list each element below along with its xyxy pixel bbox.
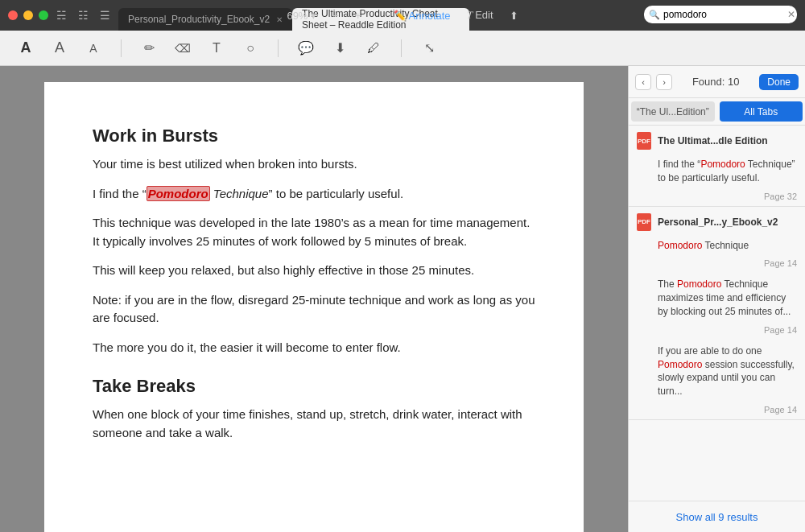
divider-3 <box>401 39 402 57</box>
result-3-text: The Pomodoro Technique maximizes time an… <box>658 278 797 318</box>
result-3-before: The <box>658 278 677 290</box>
crop-icon[interactable]: ⤡ <box>419 39 439 58</box>
show-all-container: Show all 9 results <box>629 501 805 532</box>
result-group-2-title: Personal_Pr...y_Ebook_v2 <box>658 217 778 228</box>
titlebar-controls: 69% ▾ − + ✏️ Annotate 𝑇 Edit ⬆ <box>287 9 518 22</box>
font-icon[interactable]: A <box>16 39 35 58</box>
pomodoro-highlight: Pomodoro <box>147 186 210 201</box>
heading-take-breaks: Take Breaks <box>93 373 535 399</box>
para-relaxed: This will keep you relaxed, but also hig… <box>93 262 535 280</box>
search-bar[interactable]: 🔍 ✕ <box>644 6 797 23</box>
toolbar: A A A ✏ ⌫ T ○ 💬 ⬇ 🖊 ⤡ <box>0 31 805 66</box>
text-small-icon[interactable]: A <box>84 39 103 58</box>
search-icon: 🔍 <box>649 10 660 20</box>
pencil-icon[interactable]: ✏ <box>139 39 159 58</box>
pdf-icon-1: PDF <box>637 132 651 150</box>
result-group-1: PDF The Ultimat...dle Edition I find the… <box>629 126 805 207</box>
close-button[interactable] <box>8 10 18 20</box>
comment-icon[interactable]: 💬 <box>296 39 316 58</box>
result-1-page: Page 32 <box>629 190 805 206</box>
para-after: ” to be particularly useful. <box>269 187 404 200</box>
tab-all-tabs-label: All Tabs <box>744 106 778 118</box>
result-4-highlight: Pomodoro <box>658 359 702 370</box>
result-item-1[interactable]: I find the “Pomodoro Technique” to be pa… <box>629 153 805 190</box>
titlebar-icons: ☵ ☷ ☰ <box>56 9 110 22</box>
para-pomodoro: I find the “Pomodoro Technique” to be pa… <box>93 185 535 204</box>
stamp-icon[interactable]: ⬇ <box>330 39 349 58</box>
list-view-icon[interactable]: ☰ <box>100 9 110 22</box>
found-count: Found: 10 <box>677 76 754 88</box>
para-bursts: Your time is best utilized when broken i… <box>93 155 535 174</box>
edit-btn[interactable]: 𝑇 Edit <box>467 9 493 22</box>
para-flow: The more you do it, the easier it will b… <box>93 339 535 357</box>
result-2-after: Technique <box>702 240 749 251</box>
edit-label: Edit <box>475 9 493 21</box>
sidebar-icon[interactable]: ☵ <box>56 9 67 22</box>
result-item-3[interactable]: The Pomodoro Technique maximizes time an… <box>629 273 805 323</box>
divider-1 <box>121 39 122 57</box>
result-2-text: Pomodoro Technique <box>658 239 797 253</box>
tab-all-tabs[interactable]: All Tabs <box>720 101 803 122</box>
result-3-page: Page 14 <box>629 324 805 340</box>
para-before: I find the “ <box>93 187 147 200</box>
result-4-page: Page 14 <box>629 403 805 419</box>
share-icon[interactable]: ⬆ <box>510 10 518 22</box>
pdf-area: Work in Bursts Your time is best utilize… <box>0 66 628 532</box>
annotate-label: Annotate <box>409 10 451 22</box>
result-item-2[interactable]: Pomodoro Technique <box>629 234 805 258</box>
tab-this-edition[interactable]: “The Ul...Edition” <box>631 101 715 122</box>
tab-1[interactable]: Personal_Productivity_Ebook_v2 ✕ <box>118 8 292 31</box>
main-area: Work in Bursts Your time is best utilize… <box>0 66 805 532</box>
text-large-icon[interactable]: A <box>50 39 69 58</box>
result-1-before: I find the “ <box>658 159 700 170</box>
para-italic: Technique <box>210 187 269 200</box>
signature-icon[interactable]: 🖊 <box>364 39 383 58</box>
para-breaks: When one block of your time finishes, st… <box>93 406 535 442</box>
result-3-highlight: Pomodoro <box>677 278 721 290</box>
result-2-highlight: Pomodoro <box>658 240 702 251</box>
fullscreen-button[interactable] <box>39 10 48 20</box>
divider-2 <box>278 39 279 57</box>
tab-switcher: “The Ul...Edition” All Tabs <box>629 98 805 126</box>
result-item-4[interactable]: If you are able to do one Pomodoro sessi… <box>629 340 805 403</box>
annotate-btn[interactable]: ✏️ Annotate <box>394 10 451 22</box>
search-nav: ‹ › Found: 10 Done <box>629 66 805 98</box>
pdf-page: Work in Bursts Your time is best utilize… <box>44 82 584 532</box>
result-group-2: PDF Personal_Pr...y_Ebook_v2 Pomodoro Te… <box>629 207 805 420</box>
text-tool-icon[interactable]: T <box>207 39 226 58</box>
zoom-chevron: ▾ <box>311 10 316 22</box>
eraser-icon[interactable]: ⌫ <box>173 39 192 58</box>
search-input[interactable] <box>663 9 784 20</box>
search-results: PDF The Ultimat...dle Edition I find the… <box>629 126 805 501</box>
result-2-page: Page 14 <box>629 257 805 273</box>
zoom-in-icon[interactable]: + <box>355 10 361 22</box>
result-4-text: If you are able to do one Pomodoro sessi… <box>658 344 797 398</box>
zoom-out-icon[interactable]: − <box>332 10 339 22</box>
traffic-lights <box>8 10 48 20</box>
para-technique: This technique was developed in the late… <box>93 214 535 250</box>
pdf-icon-2: PDF <box>637 213 651 231</box>
zoom-level: 69% <box>287 10 308 22</box>
search-clear-icon[interactable]: ✕ <box>787 9 795 20</box>
zoom-control[interactable]: 69% ▾ <box>287 10 316 22</box>
next-result-button[interactable]: › <box>656 74 672 90</box>
search-panel: ‹ › Found: 10 Done “The Ul...Edition” Al… <box>628 66 805 532</box>
tab-1-close[interactable]: ✕ <box>276 15 283 24</box>
grid-view-icon[interactable]: ☷ <box>78 9 89 22</box>
minimize-button[interactable] <box>23 10 33 20</box>
result-4-before: If you are able to do one <box>658 345 762 357</box>
result-1-text: I find the “Pomodoro Technique” to be pa… <box>658 158 797 185</box>
heading-work-in-bursts: Work in Bursts <box>93 122 535 149</box>
tab-1-label: Personal_Productivity_Ebook_v2 <box>128 14 270 25</box>
shape-tool-icon[interactable]: ○ <box>241 39 260 58</box>
para-note: Note: if you are in the flow, disregard … <box>93 291 535 328</box>
result-group-1-title: The Ultimat...dle Edition <box>658 135 768 146</box>
result-group-2-header: PDF Personal_Pr...y_Ebook_v2 <box>629 207 805 234</box>
prev-result-button[interactable]: ‹ <box>635 74 651 90</box>
tab-this-edition-label: “The Ul...Edition” <box>637 106 709 118</box>
result-1-highlight: Pomodoro <box>700 159 745 170</box>
titlebar: ☵ ☷ ☰ Personal_Productivity_Ebook_v2 ✕ T… <box>0 0 805 31</box>
show-all-results-button[interactable]: Show all 9 results <box>676 511 758 523</box>
done-button[interactable]: Done <box>759 74 799 90</box>
result-group-1-header: PDF The Ultimat...dle Edition <box>629 126 805 153</box>
